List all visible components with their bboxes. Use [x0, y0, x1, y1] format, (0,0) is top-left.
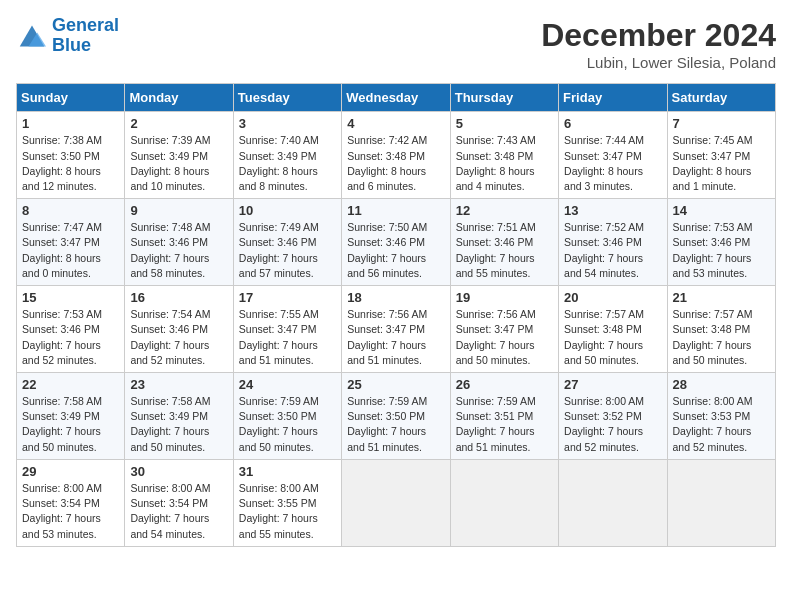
- day-info: Sunrise: 7:50 AMSunset: 3:46 PMDaylight:…: [347, 220, 444, 281]
- sunset-line: Sunset: 3:47 PM: [22, 236, 100, 248]
- day-number: 15: [22, 290, 119, 305]
- sunrise-line: Sunrise: 7:57 AM: [673, 308, 753, 320]
- daylight-minutes-label: and 57 minutes.: [239, 267, 314, 279]
- sunrise-line: Sunrise: 7:40 AM: [239, 134, 319, 146]
- table-row: 21Sunrise: 7:57 AMSunset: 3:48 PMDayligh…: [667, 286, 775, 373]
- daylight-hours-label: Daylight: 7 hours: [673, 425, 752, 437]
- table-row: 14Sunrise: 7:53 AMSunset: 3:46 PMDayligh…: [667, 199, 775, 286]
- sunset-line: Sunset: 3:54 PM: [130, 497, 208, 509]
- daylight-minutes-label: and 55 minutes.: [239, 528, 314, 540]
- daylight-hours-label: Daylight: 8 hours: [456, 165, 535, 177]
- sunset-line: Sunset: 3:52 PM: [564, 410, 642, 422]
- sunset-line: Sunset: 3:54 PM: [22, 497, 100, 509]
- daylight-hours-label: Daylight: 7 hours: [130, 425, 209, 437]
- day-info: Sunrise: 7:53 AMSunset: 3:46 PMDaylight:…: [22, 307, 119, 368]
- day-info: Sunrise: 8:00 AMSunset: 3:54 PMDaylight:…: [22, 481, 119, 542]
- sunrise-line: Sunrise: 7:38 AM: [22, 134, 102, 146]
- daylight-minutes-label: and 54 minutes.: [564, 267, 639, 279]
- daylight-hours-label: Daylight: 8 hours: [130, 165, 209, 177]
- sunrise-line: Sunrise: 7:48 AM: [130, 221, 210, 233]
- logo-icon: [16, 22, 48, 50]
- daylight-minutes-label: and 10 minutes.: [130, 180, 205, 192]
- sunrise-line: Sunrise: 8:00 AM: [673, 395, 753, 407]
- daylight-hours-label: Daylight: 8 hours: [564, 165, 643, 177]
- calendar-week-row: 8Sunrise: 7:47 AMSunset: 3:47 PMDaylight…: [17, 199, 776, 286]
- day-info: Sunrise: 7:51 AMSunset: 3:46 PMDaylight:…: [456, 220, 553, 281]
- table-row: 22Sunrise: 7:58 AMSunset: 3:49 PMDayligh…: [17, 373, 125, 460]
- daylight-minutes-label: and 12 minutes.: [22, 180, 97, 192]
- daylight-minutes-label: and 58 minutes.: [130, 267, 205, 279]
- day-info: Sunrise: 8:00 AMSunset: 3:54 PMDaylight:…: [130, 481, 227, 542]
- day-info: Sunrise: 7:59 AMSunset: 3:51 PMDaylight:…: [456, 394, 553, 455]
- sunrise-line: Sunrise: 7:59 AM: [456, 395, 536, 407]
- day-number: 26: [456, 377, 553, 392]
- sunrise-line: Sunrise: 7:45 AM: [673, 134, 753, 146]
- logo-line2: Blue: [52, 35, 91, 55]
- table-row: 16Sunrise: 7:54 AMSunset: 3:46 PMDayligh…: [125, 286, 233, 373]
- sunrise-line: Sunrise: 7:59 AM: [239, 395, 319, 407]
- day-info: Sunrise: 7:53 AMSunset: 3:46 PMDaylight:…: [673, 220, 770, 281]
- daylight-hours-label: Daylight: 8 hours: [347, 165, 426, 177]
- day-number: 1: [22, 116, 119, 131]
- daylight-hours-label: Daylight: 7 hours: [456, 339, 535, 351]
- day-info: Sunrise: 7:38 AMSunset: 3:50 PMDaylight:…: [22, 133, 119, 194]
- day-number: 28: [673, 377, 770, 392]
- day-info: Sunrise: 7:39 AMSunset: 3:49 PMDaylight:…: [130, 133, 227, 194]
- table-row: 25Sunrise: 7:59 AMSunset: 3:50 PMDayligh…: [342, 373, 450, 460]
- title-block: December 2024 Lubin, Lower Silesia, Pola…: [541, 16, 776, 71]
- table-row: [450, 459, 558, 546]
- calendar-week-row: 29Sunrise: 8:00 AMSunset: 3:54 PMDayligh…: [17, 459, 776, 546]
- sunrise-line: Sunrise: 8:00 AM: [564, 395, 644, 407]
- daylight-hours-label: Daylight: 8 hours: [673, 165, 752, 177]
- daylight-hours-label: Daylight: 7 hours: [239, 512, 318, 524]
- day-info: Sunrise: 7:42 AMSunset: 3:48 PMDaylight:…: [347, 133, 444, 194]
- daylight-minutes-label: and 51 minutes.: [347, 441, 422, 453]
- day-info: Sunrise: 8:00 AMSunset: 3:55 PMDaylight:…: [239, 481, 336, 542]
- sunset-line: Sunset: 3:46 PM: [130, 323, 208, 335]
- day-number: 17: [239, 290, 336, 305]
- sunset-line: Sunset: 3:47 PM: [564, 150, 642, 162]
- col-sunday: Sunday: [17, 84, 125, 112]
- col-friday: Friday: [559, 84, 667, 112]
- sunset-line: Sunset: 3:49 PM: [130, 410, 208, 422]
- day-info: Sunrise: 7:49 AMSunset: 3:46 PMDaylight:…: [239, 220, 336, 281]
- table-row: 31Sunrise: 8:00 AMSunset: 3:55 PMDayligh…: [233, 459, 341, 546]
- table-row: 1Sunrise: 7:38 AMSunset: 3:50 PMDaylight…: [17, 112, 125, 199]
- table-row: 13Sunrise: 7:52 AMSunset: 3:46 PMDayligh…: [559, 199, 667, 286]
- daylight-minutes-label: and 52 minutes.: [22, 354, 97, 366]
- sunrise-line: Sunrise: 7:55 AM: [239, 308, 319, 320]
- col-tuesday: Tuesday: [233, 84, 341, 112]
- day-number: 6: [564, 116, 661, 131]
- daylight-hours-label: Daylight: 7 hours: [347, 252, 426, 264]
- calendar-week-row: 15Sunrise: 7:53 AMSunset: 3:46 PMDayligh…: [17, 286, 776, 373]
- daylight-hours-label: Daylight: 7 hours: [239, 425, 318, 437]
- daylight-hours-label: Daylight: 7 hours: [456, 252, 535, 264]
- daylight-hours-label: Daylight: 7 hours: [130, 252, 209, 264]
- daylight-hours-label: Daylight: 7 hours: [130, 512, 209, 524]
- table-row: 3Sunrise: 7:40 AMSunset: 3:49 PMDaylight…: [233, 112, 341, 199]
- col-thursday: Thursday: [450, 84, 558, 112]
- day-number: 3: [239, 116, 336, 131]
- day-info: Sunrise: 7:59 AMSunset: 3:50 PMDaylight:…: [239, 394, 336, 455]
- day-number: 7: [673, 116, 770, 131]
- daylight-hours-label: Daylight: 8 hours: [22, 165, 101, 177]
- table-row: [559, 459, 667, 546]
- day-info: Sunrise: 8:00 AMSunset: 3:52 PMDaylight:…: [564, 394, 661, 455]
- sunrise-line: Sunrise: 7:58 AM: [22, 395, 102, 407]
- daylight-minutes-label: and 0 minutes.: [22, 267, 91, 279]
- sunrise-line: Sunrise: 7:47 AM: [22, 221, 102, 233]
- sunset-line: Sunset: 3:49 PM: [239, 150, 317, 162]
- daylight-minutes-label: and 51 minutes.: [347, 354, 422, 366]
- daylight-minutes-label: and 54 minutes.: [130, 528, 205, 540]
- daylight-minutes-label: and 52 minutes.: [130, 354, 205, 366]
- day-info: Sunrise: 7:54 AMSunset: 3:46 PMDaylight:…: [130, 307, 227, 368]
- daylight-hours-label: Daylight: 7 hours: [564, 252, 643, 264]
- table-row: 5Sunrise: 7:43 AMSunset: 3:48 PMDaylight…: [450, 112, 558, 199]
- table-row: 28Sunrise: 8:00 AMSunset: 3:53 PMDayligh…: [667, 373, 775, 460]
- sunset-line: Sunset: 3:47 PM: [456, 323, 534, 335]
- daylight-minutes-label: and 56 minutes.: [347, 267, 422, 279]
- daylight-hours-label: Daylight: 7 hours: [564, 425, 643, 437]
- daylight-minutes-label: and 52 minutes.: [564, 441, 639, 453]
- daylight-hours-label: Daylight: 8 hours: [22, 252, 101, 264]
- day-number: 25: [347, 377, 444, 392]
